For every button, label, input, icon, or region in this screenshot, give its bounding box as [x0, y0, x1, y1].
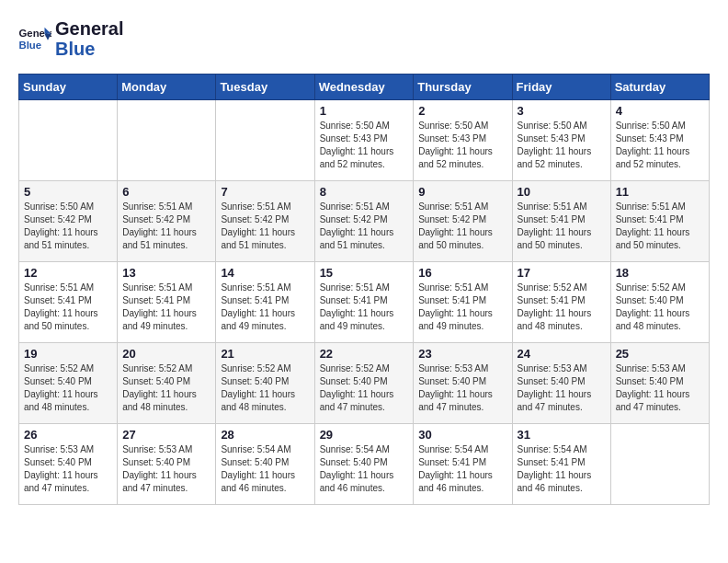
calendar-table: SundayMondayTuesdayWednesdayThursdayFrid…: [18, 74, 710, 505]
day-cell-17: 17Sunrise: 5:52 AM Sunset: 5:41 PM Dayli…: [512, 262, 610, 343]
empty-cell: [118, 100, 216, 181]
day-cell-29: 29Sunrise: 5:54 AM Sunset: 5:40 PM Dayli…: [314, 424, 414, 505]
week-row-1: 1Sunrise: 5:50 AM Sunset: 5:43 PM Daylig…: [19, 100, 710, 181]
day-info: Sunrise: 5:51 AM Sunset: 5:41 PM Dayligh…: [24, 282, 112, 333]
day-info: Sunrise: 5:53 AM Sunset: 5:40 PM Dayligh…: [518, 362, 606, 414]
logo-text: General Blue: [55, 18, 123, 59]
week-row-4: 19Sunrise: 5:52 AM Sunset: 5:40 PM Dayli…: [19, 343, 710, 424]
day-number: 17: [518, 266, 606, 280]
day-number: 21: [221, 347, 309, 361]
weekday-header-tuesday: Tuesday: [216, 75, 314, 100]
day-cell-21: 21Sunrise: 5:52 AM Sunset: 5:40 PM Dayli…: [216, 343, 314, 424]
day-info: Sunrise: 5:52 AM Sunset: 5:40 PM Dayligh…: [221, 362, 309, 414]
day-cell-8: 8Sunrise: 5:51 AM Sunset: 5:42 PM Daylig…: [314, 181, 414, 262]
day-cell-23: 23Sunrise: 5:53 AM Sunset: 5:40 PM Dayli…: [414, 343, 512, 424]
weekday-header-monday: Monday: [118, 75, 216, 100]
day-cell-15: 15Sunrise: 5:51 AM Sunset: 5:41 PM Dayli…: [314, 262, 414, 343]
week-row-3: 12Sunrise: 5:51 AM Sunset: 5:41 PM Dayli…: [19, 262, 710, 343]
day-info: Sunrise: 5:50 AM Sunset: 5:43 PM Dayligh…: [616, 120, 704, 171]
logo-icon: General Blue: [18, 26, 51, 52]
day-info: Sunrise: 5:51 AM Sunset: 5:42 PM Dayligh…: [221, 201, 309, 252]
day-info: Sunrise: 5:51 AM Sunset: 5:41 PM Dayligh…: [122, 282, 210, 333]
day-cell-10: 10Sunrise: 5:51 AM Sunset: 5:41 PM Dayli…: [512, 181, 610, 262]
day-info: Sunrise: 5:50 AM Sunset: 5:43 PM Dayligh…: [418, 120, 506, 171]
weekday-header-saturday: Saturday: [610, 75, 709, 100]
empty-cell: [610, 424, 709, 505]
day-number: 30: [418, 428, 506, 442]
empty-cell: [216, 100, 314, 181]
day-cell-20: 20Sunrise: 5:52 AM Sunset: 5:40 PM Dayli…: [118, 343, 216, 424]
day-info: Sunrise: 5:54 AM Sunset: 5:41 PM Dayligh…: [418, 443, 506, 495]
day-info: Sunrise: 5:52 AM Sunset: 5:40 PM Dayligh…: [320, 362, 409, 414]
day-number: 26: [24, 428, 112, 442]
day-number: 25: [616, 347, 704, 361]
day-number: 22: [320, 347, 409, 361]
day-cell-1: 1Sunrise: 5:50 AM Sunset: 5:43 PM Daylig…: [314, 100, 414, 181]
weekday-header-friday: Friday: [512, 75, 610, 100]
day-info: Sunrise: 5:51 AM Sunset: 5:41 PM Dayligh…: [518, 201, 606, 252]
day-info: Sunrise: 5:53 AM Sunset: 5:40 PM Dayligh…: [122, 443, 210, 495]
page-header: General Blue General Blue: [18, 18, 710, 59]
day-info: Sunrise: 5:51 AM Sunset: 5:42 PM Dayligh…: [122, 201, 210, 252]
day-cell-5: 5Sunrise: 5:50 AM Sunset: 5:42 PM Daylig…: [19, 181, 118, 262]
day-number: 27: [122, 428, 210, 442]
week-row-2: 5Sunrise: 5:50 AM Sunset: 5:42 PM Daylig…: [19, 181, 710, 262]
day-info: Sunrise: 5:54 AM Sunset: 5:41 PM Dayligh…: [518, 443, 606, 495]
day-number: 29: [320, 428, 409, 442]
day-cell-14: 14Sunrise: 5:51 AM Sunset: 5:41 PM Dayli…: [216, 262, 314, 343]
day-cell-13: 13Sunrise: 5:51 AM Sunset: 5:41 PM Dayli…: [118, 262, 216, 343]
weekday-header-thursday: Thursday: [414, 75, 512, 100]
weekday-header-sunday: Sunday: [19, 75, 118, 100]
day-cell-3: 3Sunrise: 5:50 AM Sunset: 5:43 PM Daylig…: [512, 100, 610, 181]
day-info: Sunrise: 5:53 AM Sunset: 5:40 PM Dayligh…: [418, 362, 506, 414]
day-number: 9: [418, 185, 506, 199]
day-number: 2: [418, 104, 506, 118]
day-info: Sunrise: 5:52 AM Sunset: 5:40 PM Dayligh…: [616, 282, 704, 333]
day-info: Sunrise: 5:54 AM Sunset: 5:40 PM Dayligh…: [320, 443, 409, 495]
day-info: Sunrise: 5:54 AM Sunset: 5:40 PM Dayligh…: [221, 443, 309, 495]
day-cell-18: 18Sunrise: 5:52 AM Sunset: 5:40 PM Dayli…: [610, 262, 709, 343]
day-cell-22: 22Sunrise: 5:52 AM Sunset: 5:40 PM Dayli…: [314, 343, 414, 424]
svg-text:Blue: Blue: [19, 40, 42, 51]
day-number: 6: [122, 185, 210, 199]
day-cell-26: 26Sunrise: 5:53 AM Sunset: 5:40 PM Dayli…: [19, 424, 118, 505]
day-info: Sunrise: 5:51 AM Sunset: 5:41 PM Dayligh…: [418, 282, 506, 333]
day-cell-24: 24Sunrise: 5:53 AM Sunset: 5:40 PM Dayli…: [512, 343, 610, 424]
day-cell-12: 12Sunrise: 5:51 AM Sunset: 5:41 PM Dayli…: [19, 262, 118, 343]
day-number: 24: [518, 347, 606, 361]
day-number: 4: [616, 104, 704, 118]
day-number: 19: [24, 347, 112, 361]
day-number: 8: [320, 185, 409, 199]
day-cell-28: 28Sunrise: 5:54 AM Sunset: 5:40 PM Dayli…: [216, 424, 314, 505]
logo: General Blue General Blue: [18, 18, 123, 59]
empty-cell: [19, 100, 118, 181]
day-number: 12: [24, 266, 112, 280]
day-cell-7: 7Sunrise: 5:51 AM Sunset: 5:42 PM Daylig…: [216, 181, 314, 262]
day-number: 3: [518, 104, 606, 118]
day-info: Sunrise: 5:51 AM Sunset: 5:42 PM Dayligh…: [320, 201, 409, 252]
day-number: 16: [418, 266, 506, 280]
day-info: Sunrise: 5:53 AM Sunset: 5:40 PM Dayligh…: [616, 362, 704, 414]
day-cell-25: 25Sunrise: 5:53 AM Sunset: 5:40 PM Dayli…: [610, 343, 709, 424]
day-number: 10: [518, 185, 606, 199]
day-number: 28: [221, 428, 309, 442]
day-info: Sunrise: 5:52 AM Sunset: 5:40 PM Dayligh…: [24, 362, 112, 414]
day-cell-19: 19Sunrise: 5:52 AM Sunset: 5:40 PM Dayli…: [19, 343, 118, 424]
day-number: 1: [320, 104, 409, 118]
day-number: 20: [122, 347, 210, 361]
day-info: Sunrise: 5:52 AM Sunset: 5:40 PM Dayligh…: [122, 362, 210, 414]
day-number: 7: [221, 185, 309, 199]
day-number: 5: [24, 185, 112, 199]
day-number: 18: [616, 266, 704, 280]
day-info: Sunrise: 5:52 AM Sunset: 5:41 PM Dayligh…: [518, 282, 606, 333]
day-cell-9: 9Sunrise: 5:51 AM Sunset: 5:42 PM Daylig…: [414, 181, 512, 262]
day-number: 23: [418, 347, 506, 361]
week-row-5: 26Sunrise: 5:53 AM Sunset: 5:40 PM Dayli…: [19, 424, 710, 505]
day-number: 31: [518, 428, 606, 442]
day-info: Sunrise: 5:50 AM Sunset: 5:42 PM Dayligh…: [24, 201, 112, 252]
weekday-header-row: SundayMondayTuesdayWednesdayThursdayFrid…: [19, 75, 710, 100]
day-info: Sunrise: 5:50 AM Sunset: 5:43 PM Dayligh…: [518, 120, 606, 171]
day-cell-4: 4Sunrise: 5:50 AM Sunset: 5:43 PM Daylig…: [610, 100, 709, 181]
day-number: 14: [221, 266, 309, 280]
day-cell-30: 30Sunrise: 5:54 AM Sunset: 5:41 PM Dayli…: [414, 424, 512, 505]
